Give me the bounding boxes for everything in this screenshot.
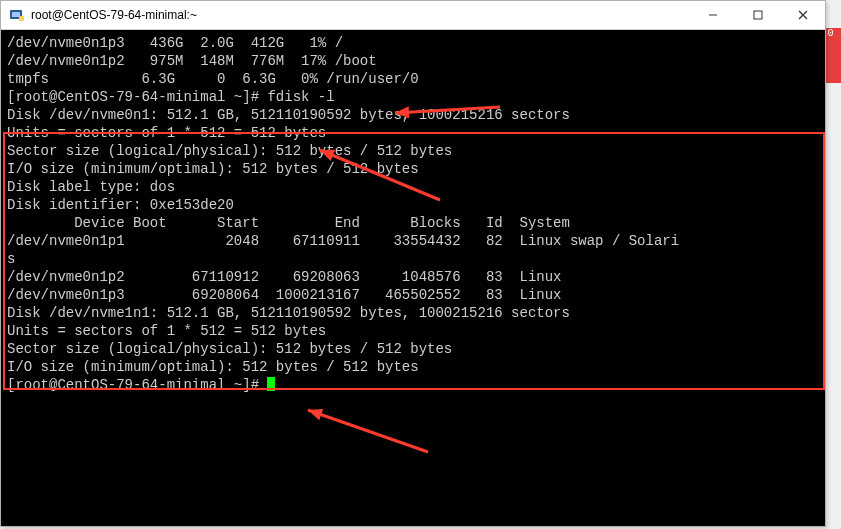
terminal-line: Sector size (logical/physical): 512 byte…: [7, 142, 819, 160]
terminal-line: I/O size (minimum/optimal): 512 bytes / …: [7, 160, 819, 178]
terminal-line: Disk /dev/nvme1n1: 512.1 GB, 51211019059…: [7, 304, 819, 322]
svg-rect-2: [19, 16, 24, 21]
terminal-window: root@CentOS-79-64-minimal:~ /dev/nvme0n1…: [0, 0, 826, 527]
terminal-line: [root@CentOS-79-64-minimal ~]# fdisk -l: [7, 88, 819, 106]
terminal-line: Device Boot Start End Blocks Id System: [7, 214, 819, 232]
terminal-line: Disk label type: dos: [7, 178, 819, 196]
close-button[interactable]: [780, 1, 825, 29]
window-buttons: [690, 1, 825, 29]
terminal-line: /dev/nvme0n1p3 69208064 1000213167 46550…: [7, 286, 819, 304]
terminal-line: I/O size (minimum/optimal): 512 bytes / …: [7, 358, 819, 376]
svg-rect-1: [12, 12, 20, 17]
terminal-line: Units = sectors of 1 * 512 = 512 bytes: [7, 124, 819, 142]
svg-rect-4: [754, 11, 762, 19]
terminal-line: /dev/nvme0n1p1 2048 67110911 33554432 82…: [7, 232, 819, 250]
terminal-line: /dev/nvme0n1p2 975M 148M 776M 17% /boot: [7, 52, 819, 70]
terminal-line: Disk /dev/nvme0n1: 512.1 GB, 51211019059…: [7, 106, 819, 124]
cursor: [267, 377, 275, 391]
terminal-line: Units = sectors of 1 * 512 = 512 bytes: [7, 322, 819, 340]
terminal-line: s: [7, 250, 819, 268]
minimize-button[interactable]: [690, 1, 735, 29]
terminal-line: Sector size (logical/physical): 512 byte…: [7, 340, 819, 358]
terminal-line: Disk identifier: 0xe153de20: [7, 196, 819, 214]
window-title: root@CentOS-79-64-minimal:~: [31, 8, 690, 22]
terminal-output[interactable]: /dev/nvme0n1p3 436G 2.0G 412G 1% //dev/n…: [1, 30, 825, 526]
terminal-line: tmpfs 6.3G 0 6.3G 0% /run/user/0: [7, 70, 819, 88]
terminal-line: /dev/nvme0n1p3 436G 2.0G 412G 1% /: [7, 34, 819, 52]
maximize-button[interactable]: [735, 1, 780, 29]
titlebar[interactable]: root@CentOS-79-64-minimal:~: [1, 1, 825, 30]
terminal-line: [root@CentOS-79-64-minimal ~]#: [7, 376, 819, 394]
terminal-line: /dev/nvme0n1p2 67110912 69208063 1048576…: [7, 268, 819, 286]
putty-icon: [7, 5, 27, 25]
